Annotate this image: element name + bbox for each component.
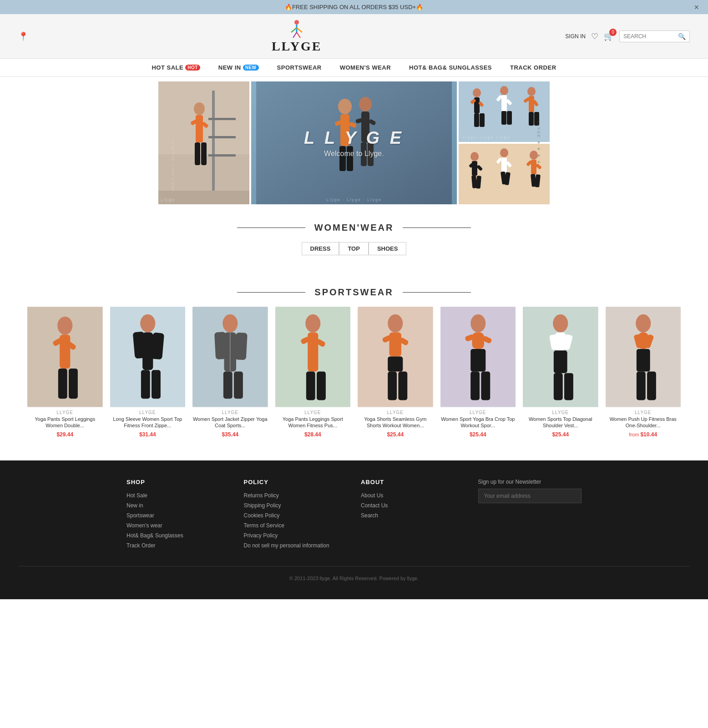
svg-rect-89 xyxy=(214,332,227,359)
svg-point-0 xyxy=(294,20,299,25)
search-icon[interactable]: 🔍 xyxy=(678,33,686,40)
svg-point-46 xyxy=(527,87,536,96)
search-bar[interactable]: 🔍 xyxy=(619,30,690,42)
footer-policy-returns[interactable]: Returns Policy xyxy=(244,492,348,499)
product-card-6[interactable]: LLYGE Women Sport Yoga Bra Crop Top Work… xyxy=(440,307,516,438)
footer-shop-sportswear[interactable]: Sportswear xyxy=(126,512,230,519)
header-left: 📍 xyxy=(18,31,28,41)
copyright-text: © 2011-2023 llyge. All Rights Reserved. … xyxy=(289,576,419,581)
svg-point-27 xyxy=(359,97,372,111)
svg-rect-90 xyxy=(235,333,248,360)
nav-item-bags[interactable]: HOT& BAG& SUNGLASSES xyxy=(400,59,501,76)
product-brand-4: LLYGE xyxy=(275,410,351,415)
filter-tab-dress[interactable]: DRESS xyxy=(302,242,339,255)
nav-item-new-in[interactable]: NEW IN New xyxy=(209,59,268,76)
product-brand-1: LLYGE xyxy=(27,410,103,415)
product-price-8: from $10.44 xyxy=(606,431,681,438)
footer-search[interactable]: Search xyxy=(361,512,465,519)
product-card-1[interactable]: LLYGE Yoga Pants Sport Leggings Women Do… xyxy=(27,307,103,438)
product-brand-6: LLYGE xyxy=(440,410,516,415)
svg-rect-85 xyxy=(152,370,161,399)
product-card-2[interactable]: LLYGE Long Sleeve Women Sport Top Fitnes… xyxy=(110,307,186,438)
svg-rect-107 xyxy=(388,372,397,400)
product-brand-8: LLYGE xyxy=(606,410,681,415)
hero-panel-right-top: llyge llyge llyge xyxy=(459,81,550,142)
product-image-8 xyxy=(606,307,681,407)
header-right: SIGN IN ♡ 🛒 0 🔍 xyxy=(565,30,690,42)
svg-rect-43 xyxy=(507,111,512,125)
wishlist-icon[interactable]: ♡ xyxy=(591,31,598,41)
product-name-3: Women Sport Jacket Zipper Yoga Coat Spor… xyxy=(192,416,268,430)
product-img-svg-4 xyxy=(275,307,351,407)
svg-rect-78 xyxy=(69,369,78,399)
svg-rect-84 xyxy=(141,370,150,399)
svg-rect-91 xyxy=(223,372,233,399)
hero-panel-left: Live life. Love Llyge. Llyge xyxy=(158,81,249,204)
hero-panel-center: L L Y G E Welcome to Llyge. Llyge · Llyg… xyxy=(251,81,457,204)
nav-item-womens-wear[interactable]: WOMEN'S WEAR xyxy=(331,59,400,76)
product-card-7[interactable]: LLYGE Women Sports Top Diagonal Shoulder… xyxy=(523,307,598,438)
dot-4[interactable] xyxy=(553,149,556,152)
svg-point-21 xyxy=(338,99,352,114)
footer-contact-us[interactable]: Contact Us xyxy=(361,502,465,509)
product-card-8[interactable]: LLYGE Women Push Up Fitness Bras One-Sho… xyxy=(606,307,681,438)
footer-copyright: © 2011-2023 llyge. All Rights Reserved. … xyxy=(18,566,690,581)
product-card-3[interactable]: LLYGE Women Sport Jacket Zipper Yoga Coa… xyxy=(192,307,268,438)
cart-icon[interactable]: 🛒 0 xyxy=(604,31,614,41)
svg-point-80 xyxy=(140,314,155,333)
footer-shop-track-order[interactable]: Track Order xyxy=(126,542,230,549)
product-card-5[interactable]: LLYGE Yoga Shorts Seamless Gym Shorts Wo… xyxy=(358,307,433,438)
newsletter-input[interactable] xyxy=(478,489,582,503)
hero-grid: Live life. Love Llyge. Llyge xyxy=(158,81,550,204)
product-price-3: $35.44 xyxy=(192,431,268,438)
nav-label-sportswear: SPORTSWEAR xyxy=(277,64,322,71)
footer-policy-cookies[interactable]: Cookies Policy xyxy=(244,512,348,519)
footer: SHOP Hot Sale New in Sportswear Women's … xyxy=(0,460,708,599)
footer-shop-bags[interactable]: Hot& Bag& Sunglasses xyxy=(126,532,230,539)
filter-tab-top[interactable]: TOP xyxy=(339,242,369,255)
header-logo: LLYGE xyxy=(28,19,565,54)
svg-rect-116 xyxy=(481,372,490,400)
footer-policy-terms[interactable]: Terms of Service xyxy=(244,522,348,529)
footer-policy-do-not-sell[interactable]: Do not sell my personal information xyxy=(244,542,348,549)
footer-grid: SHOP Hot Sale New in Sportswear Women's … xyxy=(126,479,582,552)
dot-3[interactable] xyxy=(553,144,556,147)
product-img-svg-7 xyxy=(523,307,598,407)
svg-point-87 xyxy=(223,314,238,333)
dot-1[interactable] xyxy=(553,134,556,137)
center-watermark: Llyge · Llyge · Llyge xyxy=(326,197,382,202)
footer-policy-privacy[interactable]: Privacy Policy xyxy=(244,532,348,539)
svg-rect-106 xyxy=(388,357,403,372)
svg-rect-114 xyxy=(470,349,485,372)
search-input[interactable] xyxy=(623,33,678,40)
footer-shop-womens-wear[interactable]: Women's wear xyxy=(126,522,230,529)
filter-tab-shoes[interactable]: SHOES xyxy=(369,242,407,255)
product-grid: LLYGE Yoga Pants Sport Leggings Women Do… xyxy=(18,307,690,438)
nav-item-track-order[interactable]: TRACK ORDER xyxy=(501,59,566,76)
location-icon[interactable]: 📍 xyxy=(18,31,28,41)
hero-overlay-text: L L Y G E Welcome to Llyge. xyxy=(304,128,404,158)
footer-policy-shipping[interactable]: Shipping Policy xyxy=(244,502,348,509)
banner-close-button[interactable]: × xyxy=(694,2,699,12)
header: 📍 LLYGE SIGN IN ♡ 🛒 0 🔍 xyxy=(0,14,708,59)
sign-in-button[interactable]: SIGN IN xyxy=(565,33,586,40)
womenwear-title: WOMEN'WEAR xyxy=(18,222,690,233)
footer-about-us[interactable]: About Us xyxy=(361,492,465,499)
nav-item-sportswear[interactable]: SPORTSWEAR xyxy=(268,59,331,76)
svg-rect-83 xyxy=(151,333,164,360)
navigation: HOT SALE Hot NEW IN New SPORTSWEAR WOMEN… xyxy=(0,59,708,77)
logo-text[interactable]: LLYGE xyxy=(272,39,322,54)
nav-item-hot-sale[interactable]: HOT SALE Hot xyxy=(142,59,209,76)
svg-rect-99 xyxy=(306,372,315,400)
footer-col-newsletter: Sign up for our Newsletter xyxy=(478,479,582,552)
dot-2[interactable] xyxy=(553,139,556,142)
svg-rect-124 xyxy=(564,373,573,400)
footer-shop-new-in[interactable]: New in xyxy=(126,502,230,509)
footer-shop-hot-sale[interactable]: Hot Sale xyxy=(126,492,230,499)
product-img-svg-2 xyxy=(110,307,186,407)
product-price-1: $29.44 xyxy=(27,431,103,438)
product-card-4[interactable]: LLYGE Yoga Pants Leggings Sport Women Fi… xyxy=(275,307,351,438)
sportswear-section: SPORTSWEAR LLYGE Yoga Pants Sport Leggin… xyxy=(0,273,708,460)
svg-rect-100 xyxy=(317,372,326,400)
left-watermark: Llyge xyxy=(161,197,175,202)
